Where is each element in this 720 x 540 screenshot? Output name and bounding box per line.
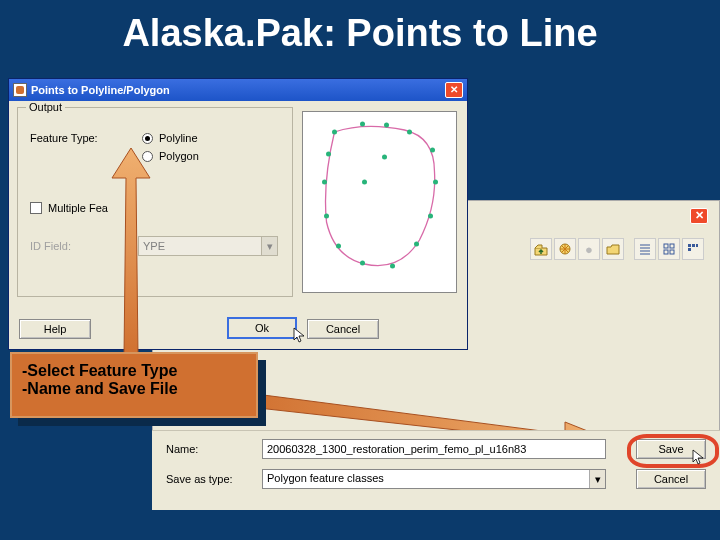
svg-point-14 [433, 180, 438, 185]
svg-point-19 [336, 244, 341, 249]
multiple-features-checkbox[interactable]: Multiple Fea [30, 202, 108, 214]
svg-rect-7 [696, 244, 698, 247]
thumbs-view-icon[interactable] [682, 238, 704, 260]
bg-close-icon[interactable]: ✕ [690, 208, 708, 224]
callout-line2: -Name and Save File [22, 380, 246, 398]
cancel-button[interactable]: Cancel [307, 319, 379, 339]
type-combo[interactable]: Polygon feature classes▾ [262, 469, 606, 489]
svg-rect-4 [670, 250, 674, 254]
preview-pane [302, 111, 457, 293]
svg-rect-5 [688, 244, 691, 247]
callout: -Select Feature Type -Name and Save File [10, 352, 258, 418]
svg-point-13 [430, 148, 435, 153]
svg-point-9 [332, 130, 337, 135]
type-value: Polygon feature classes [267, 472, 384, 484]
close-icon[interactable]: ✕ [445, 82, 463, 98]
svg-point-23 [382, 155, 387, 160]
cursor-icon [692, 449, 706, 467]
svg-marker-25 [112, 148, 150, 356]
dialog-titlebar: Points to Polyline/Polygon ✕ [9, 79, 467, 101]
chevron-down-icon[interactable]: ▾ [589, 470, 605, 488]
new-icon[interactable] [554, 238, 576, 260]
id-field-label: ID Field: [30, 240, 71, 252]
folder-icon[interactable] [602, 238, 624, 260]
output-fieldset: Output Feature Type: Polyline Polygon Mu… [17, 107, 293, 297]
svg-point-22 [326, 152, 331, 157]
svg-point-11 [384, 123, 389, 128]
points-dialog: Points to Polyline/Polygon ✕ Output Feat… [8, 78, 468, 350]
svg-point-20 [324, 214, 329, 219]
ok-button[interactable]: Ok [227, 317, 297, 339]
save-button-label: Save [658, 443, 683, 455]
svg-point-24 [362, 180, 367, 185]
details-view-icon[interactable] [658, 238, 680, 260]
callout-line1: -Select Feature Type [22, 362, 246, 380]
page-title: Alaska.Pak: Points to Line [0, 12, 720, 55]
svg-point-12 [407, 130, 412, 135]
svg-point-15 [428, 214, 433, 219]
app-icon [13, 83, 27, 97]
help-button[interactable]: Help [19, 319, 91, 339]
arrow-to-feature-type [110, 148, 152, 356]
save-panel: Name: Save Save as type: Polygon feature… [152, 430, 720, 510]
svg-rect-8 [688, 248, 691, 251]
radio-polyline-label: Polyline [159, 132, 198, 144]
feature-type-label: Feature Type: [30, 132, 98, 144]
output-legend: Output [26, 101, 65, 113]
dialog-title: Points to Polyline/Polygon [31, 84, 445, 96]
svg-point-21 [322, 180, 327, 185]
svg-point-18 [360, 261, 365, 266]
svg-rect-6 [692, 244, 695, 247]
cursor-icon [293, 327, 307, 345]
svg-point-10 [360, 122, 365, 127]
name-label: Name: [166, 443, 252, 455]
svg-rect-2 [670, 244, 674, 248]
svg-rect-3 [664, 250, 668, 254]
svg-rect-1 [664, 244, 668, 248]
chevron-down-icon: ▾ [261, 237, 277, 255]
svg-point-16 [414, 242, 419, 247]
radio-polyline[interactable]: Polyline [142, 132, 199, 144]
id-field-combo: YPE▾ [138, 236, 278, 256]
radio-polygon-label: Polygon [159, 150, 199, 162]
multi-label: Multiple Fea [48, 202, 108, 214]
svg-point-17 [390, 264, 395, 269]
cancel-save-button[interactable]: Cancel [636, 469, 706, 489]
list-view-icon[interactable] [634, 238, 656, 260]
name-input[interactable] [262, 439, 606, 459]
disabled-icon: ● [578, 238, 600, 260]
up-folder-icon[interactable] [530, 238, 552, 260]
type-label: Save as type: [166, 473, 252, 485]
